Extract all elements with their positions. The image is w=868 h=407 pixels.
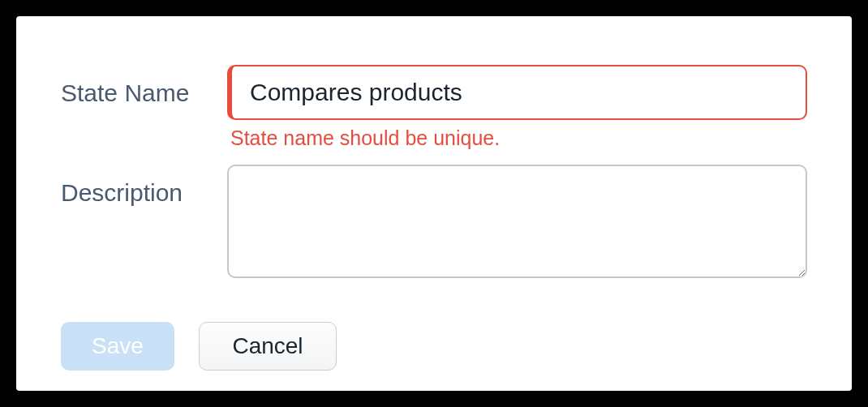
state-name-input[interactable]	[227, 65, 807, 120]
description-label: Description	[61, 165, 227, 207]
save-button[interactable]: Save	[61, 322, 174, 371]
buttons-row: Save Cancel	[61, 322, 807, 371]
state-name-label: State Name	[61, 65, 227, 107]
form-panel: State Name State name should be unique. …	[16, 16, 852, 391]
state-name-field-col: State name should be unique.	[227, 65, 807, 150]
description-field-col	[227, 165, 807, 281]
description-textarea[interactable]	[227, 165, 807, 278]
description-row: Description	[61, 165, 807, 281]
state-name-row: State Name State name should be unique.	[61, 65, 807, 150]
cancel-button[interactable]: Cancel	[199, 322, 337, 371]
state-name-error: State name should be unique.	[230, 126, 807, 150]
